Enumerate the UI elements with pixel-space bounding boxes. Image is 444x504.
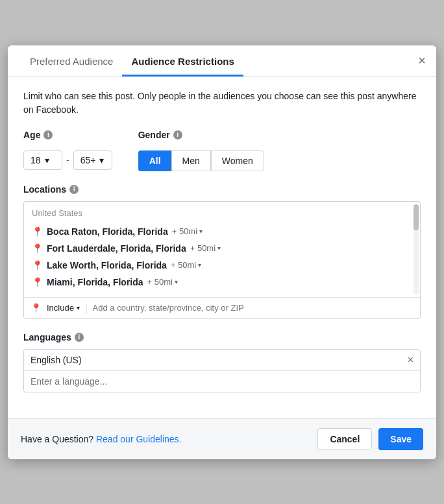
age-dash: - xyxy=(66,155,69,165)
modal-body: Limit who can see this post. Only people… xyxy=(8,77,436,418)
list-item: 📍 Fort Lauderdale, Florida, Florida + 50… xyxy=(32,240,412,257)
location-pin-icon: 📍 xyxy=(31,303,42,313)
location-name: Fort Lauderdale, Florida, Florida xyxy=(47,243,186,254)
languages-info-icon[interactable]: i xyxy=(75,333,84,342)
list-item: 📍 Lake Worth, Florida, Florida + 50mi ▾ xyxy=(32,257,412,274)
scrollbar-track xyxy=(413,204,419,294)
gender-buttons: All Men Women xyxy=(138,150,264,171)
gender-women-button[interactable]: Women xyxy=(211,150,264,171)
location-input-row: 📍 Include ▾ | xyxy=(24,297,420,318)
language-remove-button[interactable]: × xyxy=(408,355,413,365)
scrollbar-thumb xyxy=(413,204,419,230)
age-min-dropdown[interactable]: 18 ▾ xyxy=(23,150,62,170)
location-search-input[interactable] xyxy=(93,303,413,313)
age-section: Age i 18 ▾ - 65+ ▾ xyxy=(23,130,112,170)
save-button[interactable]: Save xyxy=(378,428,423,450)
guidelines-link[interactable]: Read our Guidelines. xyxy=(96,434,182,444)
languages-section: Languages i English (US) × xyxy=(23,332,421,392)
pin-icon: 📍 xyxy=(32,226,43,237)
languages-label: Languages i xyxy=(23,332,421,342)
gender-label: Gender i xyxy=(138,130,264,140)
location-name: Miami, Florida, Florida xyxy=(47,277,143,287)
country-header: United States xyxy=(32,208,412,218)
age-label: Age i xyxy=(23,130,112,140)
locations-label: Locations i xyxy=(23,184,421,195)
locations-box: United States 📍 Boca Raton, Florida, Flo… xyxy=(23,201,421,319)
include-dropdown[interactable]: Include ▾ xyxy=(47,303,80,313)
divider: | xyxy=(85,303,88,313)
modal-dialog: Preferred Audience Audience Restrictions… xyxy=(8,45,436,459)
modal-header: Preferred Audience Audience Restrictions… xyxy=(8,45,436,77)
age-gender-row: Age i 18 ▾ - 65+ ▾ G xyxy=(23,130,421,171)
locations-section: Locations i United States 📍 Boca Raton, … xyxy=(23,184,421,319)
pin-icon: 📍 xyxy=(32,277,43,287)
location-range[interactable]: + 50mi ▾ xyxy=(190,243,221,253)
location-name: Lake Worth, Florida, Florida xyxy=(47,260,167,270)
languages-box: English (US) × xyxy=(23,349,421,392)
location-range[interactable]: + 50mi ▾ xyxy=(172,226,203,236)
pin-icon: 📍 xyxy=(32,243,43,254)
gender-all-button[interactable]: All xyxy=(138,150,171,171)
gender-section: Gender i All Men Women xyxy=(138,130,264,171)
location-name: Boca Raton, Florida, Florida xyxy=(47,226,168,237)
gender-info-icon[interactable]: i xyxy=(173,130,182,139)
locations-info-icon[interactable]: i xyxy=(69,185,79,194)
close-button[interactable]: × xyxy=(418,54,426,67)
language-tag: English (US) × xyxy=(24,350,420,371)
location-range[interactable]: + 50mi ▾ xyxy=(147,277,178,287)
gender-men-button[interactable]: Men xyxy=(171,150,211,171)
tab-preferred-audience[interactable]: Preferred Audience xyxy=(21,45,122,77)
language-search-input[interactable] xyxy=(24,371,420,392)
locations-list: United States 📍 Boca Raton, Florida, Flo… xyxy=(24,202,420,297)
cancel-button[interactable]: Cancel xyxy=(317,428,372,450)
footer-buttons: Cancel Save xyxy=(317,428,423,450)
list-item: 📍 Miami, Florida, Florida + 50mi ▾ xyxy=(32,274,412,291)
age-max-dropdown[interactable]: 65+ ▾ xyxy=(73,150,112,170)
tab-audience-restrictions[interactable]: Audience Restrictions xyxy=(122,45,243,77)
modal-footer: Have a Question? Read our Guidelines. Ca… xyxy=(8,418,436,459)
location-range[interactable]: + 50mi ▾ xyxy=(171,260,201,270)
list-item: 📍 Boca Raton, Florida, Florida + 50mi ▾ xyxy=(32,223,412,240)
age-controls: 18 ▾ - 65+ ▾ xyxy=(23,150,112,170)
footer-question: Have a Question? Read our Guidelines. xyxy=(21,434,182,444)
pin-icon: 📍 xyxy=(32,260,43,270)
description-text: Limit who can see this post. Only people… xyxy=(23,90,421,117)
age-info-icon[interactable]: i xyxy=(43,130,53,139)
